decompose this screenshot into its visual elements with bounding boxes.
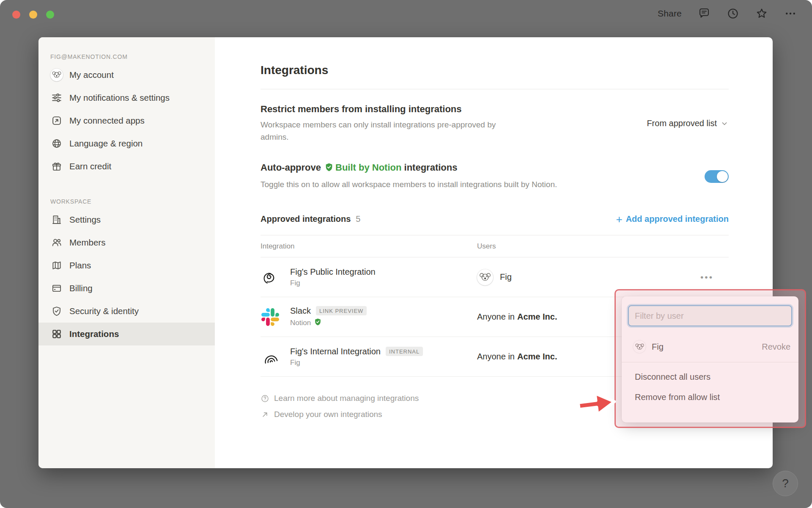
window-topbar: Share [0,0,812,27]
sidebar-item-integrations[interactable]: Integrations [38,323,215,345]
users-cell: Anyone inAcme Inc. [477,312,557,322]
sidebar-item-label: My account [69,70,114,80]
internal-badge: INTERNAL [386,347,423,356]
auto-approve-section: Auto-approveBuilt by Notion integrations… [261,162,729,190]
zoom-window-icon[interactable] [46,11,54,19]
users-cell: Anyone inAcme Inc. [477,352,557,362]
sidebar-item-members[interactable]: Members [38,231,215,254]
user-name: Fig [500,272,512,282]
settings-sidebar: FIG@MAKENOTION.COM My account [38,37,215,468]
popup-user-name: Fig [652,342,756,352]
sidebar-item-label: My notifications & settings [69,93,170,103]
approved-integrations-heading: Approved integrations [261,214,351,224]
chevron-down-icon [720,119,729,128]
sidebar-item-label: Integrations [69,329,119,339]
plus-icon: + [616,215,622,224]
integration-name: SlackLINK PREVIEW [290,306,367,316]
verified-shield-icon [314,318,322,328]
column-header-integration: Integration [261,242,477,251]
help-button[interactable]: ? [773,471,798,496]
table-header-row: Integration Users [261,235,729,257]
fig-scribble-logo-icon [261,268,280,287]
share-button[interactable]: Share [658,8,682,19]
menu-item-remove-from-allow-list[interactable]: Remove from allow list [628,387,792,407]
traffic-lights [12,11,54,19]
filter-by-user-input[interactable] [628,305,792,326]
sidebar-item-label: My connected apps [69,116,145,126]
integration-owner: Fig [290,359,423,367]
learn-more-label: Learn more about managing integrations [274,394,419,403]
question-circle-icon [261,394,269,403]
koala-avatar [477,269,493,285]
user-avatar-icon [50,69,63,81]
column-header-users: Users [477,242,729,251]
integration-owner: Notion [290,318,367,328]
grid-icon [50,329,63,340]
sidebar-item-label: Language & region [69,138,143,149]
sidebar-item-label: Plans [69,260,91,271]
notion-window: Share [0,0,812,508]
more-options-icon[interactable] [784,7,797,20]
sidebar-item-earn-credit[interactable]: Earn credit [38,155,215,178]
toggle-knob [717,171,728,182]
row-more-menu-icon[interactable]: ••• [700,275,713,279]
divider [622,362,798,362]
building-icon [50,214,63,225]
restrict-mode-value: From approved list [647,119,717,128]
popup-user-row[interactable]: Fig Revoke [633,335,790,359]
auto-approve-toggle[interactable] [705,170,729,183]
sidebar-item-settings[interactable]: Settings [38,208,215,231]
updates-history-icon[interactable] [727,7,739,20]
approved-integrations-count: 5 [356,214,360,224]
sliders-icon [50,92,63,103]
integration-name: Fig's Internal IntegrationINTERNAL [290,347,423,356]
sidebar-item-connected-apps[interactable]: My connected apps [38,109,215,132]
koala-avatar [633,340,646,353]
slack-logo-icon [261,308,280,326]
develop-integrations-label: Develop your own integrations [274,410,382,419]
user-chip: Fig [477,269,512,285]
globe-icon [50,138,63,149]
sidebar-item-billing[interactable]: Billing [38,277,215,300]
arrow-out-box-icon [50,115,63,126]
add-approved-integration-label: Add approved integration [626,214,729,224]
restrict-members-heading: Restrict members from installing integra… [261,104,508,115]
sidebar-item-label: Security & identity [69,306,139,316]
favorite-star-icon[interactable] [755,7,768,20]
minimize-window-icon[interactable] [29,11,37,19]
gift-icon [50,161,63,172]
account-email-header: FIG@MAKENOTION.COM [38,49,215,64]
restrict-members-description: Workspace members can only install integ… [261,119,508,144]
add-approved-integration-button[interactable]: + Add approved integration [616,214,729,224]
sidebar-item-my-account[interactable]: My account [38,64,215,86]
link-preview-badge: LINK PREVIEW [316,306,367,315]
arches-logo-icon [261,348,280,366]
restrict-mode-dropdown[interactable]: From approved list [647,119,729,128]
comments-icon[interactable] [698,7,710,20]
sidebar-item-security-identity[interactable]: Security & identity [38,300,215,323]
revoke-button[interactable]: Revoke [762,342,790,352]
arrow-ne-icon [261,410,269,419]
sidebar-item-label: Earn credit [69,161,111,171]
sidebar-item-notifications-settings[interactable]: My notifications & settings [38,86,215,109]
table-row: Fig's Public Integration Fig [261,257,729,297]
sidebar-item-label: Settings [69,215,101,225]
divider [261,89,729,89]
integration-owner: Fig [290,279,376,287]
menu-item-disconnect-all-users[interactable]: Disconnect all users [628,367,792,387]
page-title: Integrations [261,64,729,77]
people-icon [50,237,63,248]
built-by-notion-label: Built by Notion [335,162,401,173]
workspace-section-header: WORKSPACE [38,194,215,208]
credit-card-icon [50,283,63,294]
close-window-icon[interactable] [12,11,20,19]
verified-shield-icon [324,163,334,174]
integration-users-popup: Fig Revoke Disconnect all users Remove f… [622,296,798,422]
integration-name: Fig's Public Integration [290,267,376,277]
approved-integrations-header: Approved integrations 5 + Add approved i… [261,214,729,224]
sidebar-item-plans[interactable]: Plans [38,254,215,277]
shield-check-icon [50,306,63,317]
sidebar-item-label: Billing [69,283,93,293]
sidebar-item-language-region[interactable]: Language & region [38,132,215,155]
sidebar-item-label: Members [69,237,105,248]
